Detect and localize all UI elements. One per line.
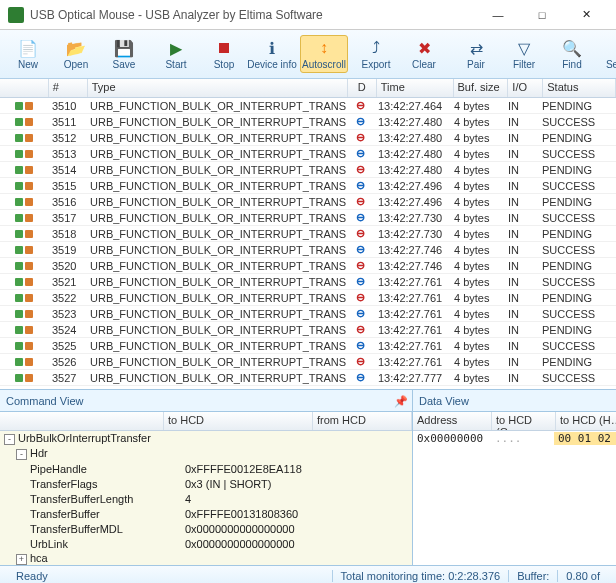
- row-type: URB_FUNCTION_BULK_OR_INTERRUPT_TRANSFER: [86, 164, 346, 176]
- toolbar-device-info[interactable]: ℹDevice info: [248, 35, 296, 73]
- row-number: 3514: [48, 164, 86, 176]
- pin-icon[interactable]: 📌: [394, 395, 406, 407]
- packet-row[interactable]: 3523URB_FUNCTION_BULK_OR_INTERRUPT_TRANS…: [0, 306, 616, 322]
- direction-icon: ⊖: [346, 259, 374, 272]
- toolbar-label: Save: [113, 59, 136, 70]
- dataview-col[interactable]: to HCD (C…: [492, 412, 556, 430]
- tree-toggle-icon[interactable]: +: [16, 554, 27, 565]
- col-bufsize[interactable]: Buf. size: [454, 79, 509, 97]
- packet-row[interactable]: 3525URB_FUNCTION_BULK_OR_INTERRUPT_TRANS…: [0, 338, 616, 354]
- col-direction[interactable]: D: [348, 79, 377, 97]
- tree-item[interactable]: UrbLink0x0000000000000000: [0, 536, 412, 551]
- packet-row[interactable]: 3518URB_FUNCTION_BULK_OR_INTERRUPT_TRANS…: [0, 226, 616, 242]
- row-icons: [0, 326, 48, 334]
- row-number: 3521: [48, 276, 86, 288]
- direction-icon: ⊖: [346, 179, 374, 192]
- toolbar-label: Stop: [214, 59, 235, 70]
- packet-row[interactable]: 3527URB_FUNCTION_BULK_OR_INTERRUPT_TRANS…: [0, 370, 616, 386]
- packet-row[interactable]: 3513URB_FUNCTION_BULK_OR_INTERRUPT_TRANS…: [0, 146, 616, 162]
- row-io: IN: [504, 148, 538, 160]
- toolbar-filter[interactable]: ▽Filter: [500, 35, 548, 73]
- row-time: 13:42:27.761: [374, 276, 450, 288]
- toolbar-export[interactable]: ⤴Export: [352, 35, 400, 73]
- command-view-header[interactable]: Command View 📌: [0, 390, 412, 412]
- toolbar-settings[interactable]: ⚙Settings: [600, 35, 616, 73]
- tree-toggle-icon[interactable]: -: [4, 434, 15, 445]
- packet-row[interactable]: 3515URB_FUNCTION_BULK_OR_INTERRUPT_TRANS…: [0, 178, 616, 194]
- direction-icon: ⊖: [346, 211, 374, 224]
- toolbar-pair[interactable]: ⇄Pair: [452, 35, 500, 73]
- tree-item[interactable]: TransferFlags0x3 (IN | SHORT): [0, 476, 412, 491]
- toolbar-new[interactable]: 📄New: [4, 35, 52, 73]
- col-to-hcd[interactable]: to HCD: [164, 412, 313, 430]
- toolbar-find[interactable]: 🔍Find: [548, 35, 596, 73]
- row-type: URB_FUNCTION_BULK_OR_INTERRUPT_TRANSFER: [86, 276, 346, 288]
- packet-row[interactable]: 3519URB_FUNCTION_BULK_OR_INTERRUPT_TRANS…: [0, 242, 616, 258]
- close-button[interactable]: ✕: [564, 1, 608, 29]
- tree-toggle-icon[interactable]: -: [16, 449, 27, 460]
- packet-row[interactable]: 3526URB_FUNCTION_BULK_OR_INTERRUPT_TRANS…: [0, 354, 616, 370]
- row-number: 3523: [48, 308, 86, 320]
- data-row[interactable]: 0x00000000 .... 00 01 02 00 .... 00 00 0…: [413, 431, 616, 446]
- packet-row[interactable]: 3520URB_FUNCTION_BULK_OR_INTERRUPT_TRANS…: [0, 258, 616, 274]
- packet-row[interactable]: 3511URB_FUNCTION_BULK_OR_INTERRUPT_TRANS…: [0, 114, 616, 130]
- col-type[interactable]: Type: [88, 79, 348, 97]
- toolbar-start[interactable]: ▶Start: [152, 35, 200, 73]
- packet-row[interactable]: 3517URB_FUNCTION_BULK_OR_INTERRUPT_TRANS…: [0, 210, 616, 226]
- packet-grid[interactable]: # Type D Time Buf. size I/O Status 3510U…: [0, 79, 616, 390]
- row-status: PENDING: [538, 100, 610, 112]
- packet-row[interactable]: 3516URB_FUNCTION_BULK_OR_INTERRUPT_TRANS…: [0, 194, 616, 210]
- packet-row[interactable]: 3510URB_FUNCTION_BULK_OR_INTERRUPT_TRANS…: [0, 98, 616, 114]
- row-io: IN: [504, 196, 538, 208]
- find-icon: 🔍: [562, 38, 582, 58]
- packet-row[interactable]: 3521URB_FUNCTION_BULK_OR_INTERRUPT_TRANS…: [0, 274, 616, 290]
- packet-row[interactable]: 3514URB_FUNCTION_BULK_OR_INTERRUPT_TRANS…: [0, 162, 616, 178]
- col-from-hcd[interactable]: from HCD: [313, 412, 412, 430]
- toolbar-stop[interactable]: ⏹Stop: [200, 35, 248, 73]
- tree-item[interactable]: TransferBuffer0xFFFFE00131808360: [0, 506, 412, 521]
- row-size: 4 bytes: [450, 324, 504, 336]
- col-time[interactable]: Time: [377, 79, 454, 97]
- maximize-button[interactable]: □: [520, 1, 564, 29]
- dataview-col[interactable]: to HCD (H…: [556, 412, 616, 430]
- minimize-button[interactable]: ―: [476, 1, 520, 29]
- data-view-body[interactable]: 0x00000000 .... 00 01 02 00 .... 00 00 0…: [413, 431, 616, 565]
- tree-item[interactable]: -Hdr: [0, 446, 412, 461]
- tree-item[interactable]: TransferBufferLength4: [0, 491, 412, 506]
- start-icon: ▶: [166, 38, 186, 58]
- row-type: URB_FUNCTION_BULK_OR_INTERRUPT_TRANSFER: [86, 212, 346, 224]
- status-ready: Ready: [8, 570, 332, 582]
- toolbar-save[interactable]: 💾Save: [100, 35, 148, 73]
- row-type: URB_FUNCTION_BULK_OR_INTERRUPT_TRANSFER: [86, 372, 346, 384]
- packet-row[interactable]: 3512URB_FUNCTION_BULK_OR_INTERRUPT_TRANS…: [0, 130, 616, 146]
- toolbar-autoscroll[interactable]: ↕Autoscroll: [300, 35, 348, 73]
- row-time: 13:42:27.496: [374, 180, 450, 192]
- row-type: URB_FUNCTION_BULK_OR_INTERRUPT_TRANSFER: [86, 132, 346, 144]
- tree-item[interactable]: +hca: [0, 551, 412, 565]
- row-number: 3510: [48, 100, 86, 112]
- dataview-col[interactable]: Address: [413, 412, 492, 430]
- direction-icon: ⊖: [346, 355, 374, 368]
- col-number[interactable]: #: [49, 79, 88, 97]
- packet-row[interactable]: 3522URB_FUNCTION_BULK_OR_INTERRUPT_TRANS…: [0, 290, 616, 306]
- row-size: 4 bytes: [450, 212, 504, 224]
- tree-item[interactable]: PipeHandle0xFFFFE0012E8EA118: [0, 461, 412, 476]
- row-number: 3512: [48, 132, 86, 144]
- row-size: 4 bytes: [450, 356, 504, 368]
- col-status[interactable]: Status: [543, 79, 616, 97]
- row-io: IN: [504, 180, 538, 192]
- tree-item[interactable]: -UrbBulkOrInterruptTransfer: [0, 431, 412, 446]
- col-io[interactable]: I/O: [508, 79, 543, 97]
- row-number: 3519: [48, 244, 86, 256]
- row-time: 13:42:27.746: [374, 244, 450, 256]
- command-tree[interactable]: -UrbBulkOrInterruptTransfer-HdrPipeHandl…: [0, 431, 412, 565]
- row-number: 3513: [48, 148, 86, 160]
- direction-icon: ⊖: [346, 115, 374, 128]
- row-number: 3511: [48, 116, 86, 128]
- data-view-header[interactable]: Data View 📌: [413, 390, 616, 412]
- packet-row[interactable]: 3524URB_FUNCTION_BULK_OR_INTERRUPT_TRANS…: [0, 322, 616, 338]
- tree-item[interactable]: TransferBufferMDL0x0000000000000000: [0, 521, 412, 536]
- toolbar-open[interactable]: 📂Open: [52, 35, 100, 73]
- toolbar-clear[interactable]: ✖Clear: [400, 35, 448, 73]
- row-icons: [0, 262, 48, 270]
